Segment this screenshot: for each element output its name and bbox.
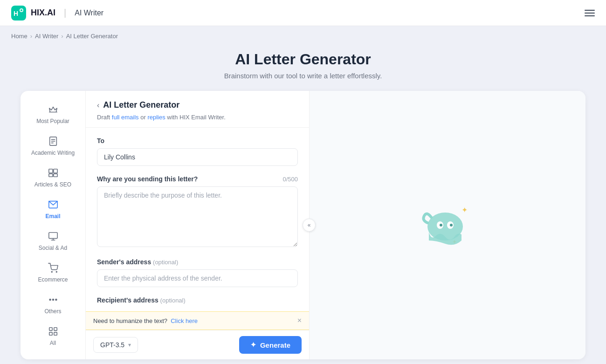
sender-address-label: Sender's address (optional) bbox=[97, 258, 298, 266]
why-label: Why are you sending this letter? 0/500 bbox=[97, 175, 298, 183]
recipient-address-label: Recipient's address (optional) bbox=[97, 296, 298, 304]
svg-rect-21 bbox=[49, 328, 52, 330]
model-select[interactable]: GPT-3.5 ▾ bbox=[93, 337, 138, 353]
sidebar-label-most-popular: Most Popular bbox=[36, 118, 69, 124]
recipient-address-group: Recipient's address (optional) bbox=[97, 296, 298, 304]
humanize-close-button[interactable]: × bbox=[297, 316, 302, 325]
hamburger-menu-button[interactable] bbox=[585, 10, 595, 16]
cart-icon bbox=[48, 262, 59, 274]
svg-rect-22 bbox=[54, 328, 56, 330]
svg-text:✦: ✦ bbox=[461, 206, 468, 214]
sender-address-group: Sender's address (optional) bbox=[97, 258, 298, 287]
sidebar-item-email[interactable]: Email bbox=[21, 193, 85, 225]
sender-optional: (optional) bbox=[153, 259, 178, 266]
why-count: 0/500 bbox=[282, 176, 298, 183]
articles-icon bbox=[48, 167, 59, 179]
hix-logo-icon: H bbox=[11, 6, 26, 21]
ai-writer-label: AI Writer bbox=[75, 9, 103, 17]
form-desc-text: Draft bbox=[97, 114, 112, 121]
sidebar-label-academic-writing: Academic Writing bbox=[31, 150, 75, 156]
sidebar-item-most-popular[interactable]: Most Popular bbox=[21, 98, 85, 130]
mascot-area: ✦ ✦ bbox=[420, 199, 475, 251]
svg-rect-23 bbox=[49, 332, 52, 335]
email-icon bbox=[48, 199, 59, 210]
to-input[interactable] bbox=[97, 148, 298, 166]
form-footer: Need to humanize the text? Click here × … bbox=[86, 311, 309, 359]
sidebar-label-social-ad: Social & Ad bbox=[39, 245, 67, 251]
why-textarea[interactable] bbox=[97, 186, 298, 247]
svg-point-17 bbox=[56, 271, 57, 272]
document-icon bbox=[48, 136, 59, 147]
breadcrumb-sep-2: › bbox=[61, 33, 63, 40]
svg-point-18 bbox=[49, 299, 51, 301]
dots-icon bbox=[48, 294, 59, 305]
svg-rect-11 bbox=[53, 174, 57, 177]
breadcrumb: Home › AI Writer › AI Letter Generator bbox=[0, 26, 606, 46]
sender-address-input[interactable] bbox=[97, 269, 298, 287]
breadcrumb-current: AI Letter Generator bbox=[66, 33, 118, 40]
generate-button[interactable]: ✦ Generate bbox=[239, 336, 302, 354]
page-title-area: AI Letter Generator Brainstorm with our … bbox=[0, 46, 606, 91]
humanize-text: Need to humanize the text? Click here bbox=[93, 317, 198, 324]
to-label: To bbox=[97, 137, 298, 144]
back-button[interactable]: ‹ bbox=[97, 101, 99, 110]
form-panel: ‹ AI Letter Generator Draft full emails … bbox=[86, 91, 310, 359]
form-title: AI Letter Generator bbox=[103, 100, 179, 110]
generate-label: Generate bbox=[260, 341, 290, 349]
humanize-bar: Need to humanize the text? Click here × bbox=[86, 311, 309, 330]
breadcrumb-sep-1: › bbox=[30, 33, 32, 40]
sender-address-label-text: Sender's address (optional) bbox=[97, 258, 178, 266]
sidebar-label-others: Others bbox=[44, 308, 61, 315]
sidebar-label-email: Email bbox=[45, 213, 60, 220]
sidebar-item-social-ad[interactable]: Social & Ad bbox=[21, 225, 85, 257]
svg-rect-10 bbox=[48, 174, 52, 177]
generate-bar: GPT-3.5 ▾ ✦ Generate bbox=[86, 330, 309, 359]
breadcrumb-home[interactable]: Home bbox=[11, 33, 28, 40]
recipient-optional: (optional) bbox=[160, 297, 186, 304]
form-body: To Why are you sending this letter? 0/50… bbox=[86, 128, 309, 323]
svg-point-19 bbox=[52, 299, 54, 301]
collapse-panel-button[interactable]: « bbox=[303, 219, 316, 232]
svg-rect-24 bbox=[54, 332, 56, 335]
page-title: AI Letter Generator bbox=[0, 51, 606, 68]
svg-text:H: H bbox=[14, 10, 18, 17]
why-field-group: Why are you sending this letter? 0/500 bbox=[97, 175, 298, 249]
svg-point-20 bbox=[55, 299, 57, 301]
recipient-address-label-text: Recipient's address (optional) bbox=[97, 296, 186, 304]
sidebar-item-ecommerce[interactable]: Ecommerce bbox=[21, 257, 85, 288]
svg-point-31 bbox=[450, 224, 453, 227]
sidebar: Most Popular Academic Writing bbox=[21, 91, 86, 359]
chevron-down-icon: ▾ bbox=[128, 342, 131, 348]
svg-point-16 bbox=[51, 271, 52, 272]
header: H HIX.AI | AI Writer bbox=[0, 0, 606, 26]
form-header: ‹ AI Letter Generator Draft full emails … bbox=[86, 91, 309, 128]
main-content: Most Popular Academic Writing bbox=[0, 91, 606, 364]
sidebar-item-others[interactable]: Others bbox=[21, 288, 85, 320]
sidebar-label-ecommerce: Ecommerce bbox=[38, 276, 68, 283]
model-label: GPT-3.5 bbox=[100, 341, 124, 349]
header-divider: | bbox=[64, 7, 66, 18]
output-panel: ✦ ✦ bbox=[310, 91, 585, 359]
crown-icon bbox=[48, 104, 59, 115]
grid4-icon bbox=[48, 326, 59, 337]
page-subtitle: Brainstorm with our tool to write a lett… bbox=[0, 72, 606, 80]
svg-point-30 bbox=[440, 224, 442, 227]
mascot-icon: ✦ ✦ bbox=[420, 199, 475, 251]
full-emails-link[interactable]: full emails bbox=[112, 114, 139, 121]
svg-point-3 bbox=[21, 9, 22, 11]
sidebar-item-articles-seo[interactable]: Articles & SEO bbox=[21, 162, 85, 193]
why-label-text: Why are you sending this letter? bbox=[97, 175, 198, 183]
svg-rect-8 bbox=[48, 169, 52, 173]
monitor-icon bbox=[48, 231, 59, 242]
replies-link[interactable]: replies bbox=[147, 114, 165, 121]
form-desc-suffix: with HIX Email Writer. bbox=[165, 114, 226, 121]
sidebar-item-all[interactable]: All bbox=[21, 320, 85, 352]
form-or-text: or bbox=[139, 114, 148, 121]
svg-rect-13 bbox=[48, 233, 57, 239]
sidebar-item-academic-writing[interactable]: Academic Writing bbox=[21, 130, 85, 162]
logo-text: HIX.AI bbox=[31, 8, 55, 18]
humanize-link[interactable]: Click here bbox=[171, 317, 198, 324]
sidebar-label-all: All bbox=[50, 340, 56, 346]
wand-icon: ✦ bbox=[250, 341, 256, 349]
breadcrumb-ai-writer[interactable]: AI Writer bbox=[35, 33, 58, 40]
